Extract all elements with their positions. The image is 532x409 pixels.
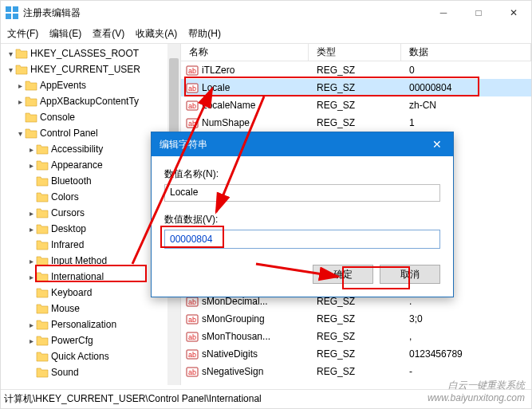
expand-icon[interactable]: ▸ [26,145,36,154]
expand-icon[interactable]: ▸ [26,161,36,170]
string-icon: ab [186,116,199,129]
name-field: Locale [164,184,440,202]
tree-label: Quick Actions [51,351,109,362]
expand-icon[interactable]: ▸ [15,81,25,90]
string-icon: ab [186,365,199,378]
value-input[interactable] [164,230,440,249]
value-data: , [401,331,531,342]
menu-edit[interactable]: 编辑(E) [49,27,81,41]
minimize-button[interactable]: ─ [426,1,461,25]
tree-item[interactable]: Sound [1,364,180,380]
folder-icon [36,367,49,378]
tree-item[interactable]: ▸PowerCfg [1,332,180,348]
svg-text:ab: ab [188,333,196,341]
value-data: . [401,296,531,307]
svg-text:ab: ab [188,298,196,306]
value-row[interactable]: absMonThousan...REG_SZ, [181,328,531,345]
folder-icon [25,80,37,91]
folder-icon [36,287,49,298]
cancel-button[interactable]: 取消 [380,265,440,284]
value-name: sNegativeSign [202,366,263,377]
tree-label: Mouse [51,303,80,314]
tree-label: AppXBackupContentTy [40,96,139,107]
expand-icon[interactable]: ▸ [15,97,25,106]
value-row[interactable]: absMonGroupingREG_SZ3;0 [181,310,531,328]
tree-item[interactable]: ▸AppEvents [1,77,180,93]
dialog-title-bar[interactable]: 编辑字符串 ✕ [152,132,453,156]
value-row[interactable]: abLocaleREG_SZ00000804 [181,79,531,96]
dialog-close-icon[interactable]: ✕ [421,138,453,151]
svg-text:ab: ab [188,67,196,75]
tree-label: PowerCfg [51,335,93,346]
folder-icon [25,96,37,107]
value-name: NumShape [202,117,250,128]
value-name: iTLZero [202,65,234,76]
folder-icon [36,335,49,346]
value-type: REG_SZ [309,296,401,307]
edit-string-dialog: 编辑字符串 ✕ 数值名称(N): Locale 数值数据(V): 确定 取消 [151,132,454,297]
svg-rect-1 [13,6,18,12]
expand-icon[interactable]: ▸ [26,273,36,281]
tree-item[interactable]: ▸AppXBackupContentTy [1,93,180,109]
tree-label: Colors [51,191,79,203]
value-data: 00000804 [401,82,531,93]
menu-file[interactable]: 文件(F) [7,27,38,41]
string-icon: ab [186,330,199,343]
tree-label: Input Method [51,255,107,266]
value-row[interactable]: abLocaleNameREG_SZzh-CN [181,96,531,114]
expand-icon[interactable]: ▾ [6,65,15,74]
expand-icon[interactable]: ▾ [6,49,15,58]
expand-icon[interactable]: ▸ [26,257,36,265]
tree-item[interactable]: ▾HKEY_CURRENT_USER [1,61,180,77]
status-path: 计算机\HKEY_CURRENT_USER\Control Panel\Inte… [4,392,262,406]
value-name: Locale [202,82,230,93]
value-row[interactable]: abiTLZeroREG_SZ0 [181,61,531,79]
value-data: - [401,366,531,377]
value-name: LocaleName [202,100,255,111]
value-data: zh-CN [401,100,531,111]
maximize-button[interactable]: □ [461,1,496,25]
value-type: REG_SZ [309,117,401,128]
col-data[interactable]: 数据 [401,44,531,61]
col-name[interactable]: 名称 [181,44,309,61]
menu-fav[interactable]: 收藏夹(A) [136,27,177,41]
value-data: 3;0 [401,313,531,324]
string-icon: ab [186,64,199,77]
tree-label: AppEvents [40,80,86,91]
window-title: 注册表编辑器 [23,6,426,20]
value-type: REG_SZ [309,313,401,324]
close-button[interactable]: ✕ [496,1,531,25]
value-name: sMonThousan... [202,331,270,342]
title-bar: 注册表编辑器 ─ □ ✕ [1,1,531,25]
col-type[interactable]: 类型 [309,44,401,61]
tree-item[interactable]: ▾HKEY_CLASSES_ROOT [1,45,180,61]
tree-label: Sound [51,367,79,378]
svg-text:ab: ab [188,85,196,92]
value-row[interactable]: abNumShapeREG_SZ1 [181,114,531,132]
expand-icon[interactable]: ▸ [26,321,36,329]
tree-item[interactable]: Mouse [1,301,180,317]
window-buttons: ─ □ ✕ [426,1,531,25]
value-row[interactable]: absNativeDigitsREG_SZ0123456789 [181,345,531,363]
tree-label: Bluetooth [51,175,92,187]
dialog-title: 编辑字符串 [160,138,207,151]
value-type: REG_SZ [309,82,401,93]
tree-item[interactable]: ▸Personalization [1,317,180,332]
expand-icon[interactable]: ▸ [26,209,36,218]
string-icon: ab [186,348,199,360]
value-type: REG_SZ [309,100,401,111]
value-row[interactable]: absNegativeSignREG_SZ- [181,363,531,380]
value-type: REG_SZ [309,366,401,377]
expand-icon[interactable]: ▾ [15,129,25,138]
value-type: REG_SZ [309,65,401,76]
folder-icon [36,239,49,250]
ok-button[interactable]: 确定 [313,265,373,284]
tree-label: Infrared [51,239,84,250]
expand-icon[interactable]: ▸ [26,225,36,234]
expand-icon[interactable]: ▸ [26,336,36,345]
menu-view[interactable]: 查看(V) [93,27,124,41]
value-name: sNativeDigits [202,348,258,360]
tree-item[interactable]: Console [1,109,180,125]
tree-item[interactable]: Quick Actions [1,348,180,364]
menu-help[interactable]: 帮助(H) [188,27,221,41]
